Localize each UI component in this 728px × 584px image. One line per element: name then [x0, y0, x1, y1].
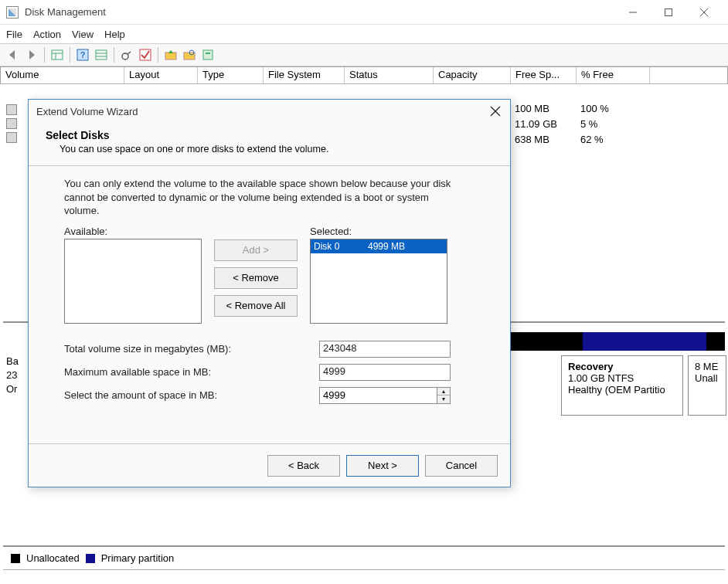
- col-filesystem[interactable]: File System: [264, 67, 345, 83]
- svg-rect-1: [665, 8, 672, 15]
- available-listbox[interactable]: [64, 239, 202, 324]
- separator: [114, 47, 114, 63]
- cell-pct: 62 %: [576, 134, 649, 149]
- refresh-icon[interactable]: [118, 46, 135, 63]
- table-header: Volume Layout Type File System Status Ca…: [1, 67, 727, 84]
- grid-icon[interactable]: [93, 46, 110, 63]
- col-capacity[interactable]: Capacity: [434, 67, 511, 83]
- total-size-label: Total volume size in megabytes (MB):: [64, 343, 319, 355]
- selected-label: Selected:: [310, 226, 447, 237]
- max-space-label: Maximum available space in MB:: [64, 366, 319, 378]
- col-free-space[interactable]: Free Sp...: [511, 67, 577, 83]
- selected-disk-name: Disk 0: [314, 241, 368, 252]
- wizard-close-button[interactable]: [485, 103, 505, 120]
- amount-spinner[interactable]: ▲ ▼: [319, 387, 451, 404]
- menu-file[interactable]: File: [6, 29, 22, 40]
- spin-up-icon[interactable]: ▲: [437, 388, 450, 396]
- partition-size: 8 ME: [695, 361, 719, 372]
- menu-help[interactable]: Help: [104, 29, 125, 40]
- svg-rect-4: [52, 50, 63, 59]
- cell-free: 638 MB: [510, 134, 576, 149]
- svg-rect-19: [206, 53, 210, 54]
- svg-line-13: [128, 52, 131, 54]
- forward-icon[interactable]: [23, 46, 40, 63]
- legend-primary: Primary partition: [101, 552, 175, 564]
- partition-recovery[interactable]: Recovery 1.00 GB NTFS Healthy (OEM Parti…: [561, 355, 683, 416]
- legend: Unallocated Primary partition: [3, 545, 725, 570]
- col-volume[interactable]: Volume: [1, 67, 124, 83]
- window-controls: [615, 0, 722, 25]
- wizard-title: Extend Volume Wizard: [29, 100, 510, 123]
- max-space-value: 4999: [319, 364, 451, 381]
- minimize-button[interactable]: [615, 0, 651, 25]
- wizard-body: You can only extend the volume to the av…: [29, 166, 510, 413]
- selected-disk-size: 4999 MB: [368, 241, 405, 252]
- back-icon[interactable]: [5, 46, 22, 63]
- cell-pct: 5 %: [576, 118, 649, 134]
- table-row[interactable]: 638 MB 62 %: [510, 134, 649, 149]
- maximize-button[interactable]: [651, 0, 686, 25]
- col-type[interactable]: Type: [198, 67, 264, 83]
- table-row[interactable]: 11.09 GB 5 %: [510, 118, 649, 134]
- check-icon[interactable]: [137, 46, 154, 63]
- cancel-button[interactable]: Cancel: [425, 455, 498, 477]
- partition-title: Recovery: [568, 361, 676, 372]
- remove-button[interactable]: < Remove: [214, 267, 298, 289]
- disk-info-line: Or: [6, 383, 19, 397]
- partition-status: Unall: [695, 372, 719, 384]
- amount-label: Select the amount of space in MB:: [64, 389, 319, 401]
- menubar: File Action View Help: [0, 25, 728, 43]
- col-status[interactable]: Status: [345, 67, 434, 83]
- table-row[interactable]: 100 MB 100 %: [510, 103, 649, 118]
- disk-info: Ba 23 Or: [6, 355, 19, 397]
- cell-free: 11.09 GB: [510, 118, 576, 134]
- legend-unallocated: Unallocated: [26, 552, 80, 564]
- svg-text:?: ?: [80, 50, 86, 59]
- swatch-primary: [86, 554, 95, 563]
- disk-icon: [6, 132, 17, 143]
- wizard-subheading: You can use space on one or more disks t…: [46, 144, 493, 154]
- partition-status: Healthy (OEM Partitio: [568, 384, 676, 396]
- menu-view[interactable]: View: [72, 29, 94, 40]
- partition-size: 1.00 GB NTFS: [568, 372, 676, 384]
- app-icon: [6, 6, 19, 19]
- available-label: Available:: [64, 226, 202, 237]
- separator: [44, 47, 45, 63]
- col-percent-free[interactable]: % Free: [577, 67, 650, 83]
- next-button[interactable]: Next >: [346, 455, 419, 477]
- back-button[interactable]: < Back: [267, 455, 340, 477]
- total-size-value: 243048: [319, 341, 451, 358]
- wizard-footer: < Back Next > Cancel: [29, 443, 510, 487]
- cell-pct: 100 %: [576, 103, 649, 118]
- help-icon[interactable]: ?: [74, 46, 91, 63]
- separator: [70, 47, 70, 63]
- disk-info-line: 23: [6, 369, 19, 383]
- spin-down-icon[interactable]: ▼: [437, 396, 450, 403]
- close-button[interactable]: [686, 0, 722, 25]
- cell-free: 100 MB: [510, 103, 576, 118]
- menu-action[interactable]: Action: [33, 29, 61, 40]
- disk-icon: [6, 118, 17, 129]
- wizard-note: You can only extend the volume to the av…: [64, 177, 458, 218]
- disk-info-line: Ba: [6, 355, 19, 369]
- partition-unallocated[interactable]: 8 ME Unall: [688, 355, 726, 416]
- svg-rect-9: [96, 50, 107, 59]
- volume-table: Volume Layout Type File System Status Ca…: [0, 66, 728, 84]
- add-button: Add >: [214, 239, 298, 261]
- selected-listbox[interactable]: Disk 0 4999 MB: [310, 239, 447, 324]
- folder-up-icon[interactable]: [162, 46, 179, 63]
- amount-input[interactable]: [319, 387, 437, 404]
- folder-search-icon[interactable]: [181, 46, 198, 63]
- volume-rows: 100 MB 100 % 11.09 GB 5 % 638 MB 62 %: [510, 103, 649, 149]
- extend-volume-wizard: Extend Volume Wizard Select Disks You ca…: [28, 99, 511, 487]
- wizard-header: Select Disks You can use space on one or…: [29, 123, 510, 166]
- disk-segment-primary: [583, 332, 706, 351]
- remove-all-button[interactable]: < Remove All: [214, 295, 298, 317]
- properties-icon[interactable]: [199, 46, 216, 63]
- volume-icons: [6, 104, 17, 143]
- selected-item[interactable]: Disk 0 4999 MB: [311, 239, 447, 253]
- col-layout[interactable]: Layout: [124, 67, 198, 83]
- separator: [158, 47, 158, 63]
- panel-icon[interactable]: [49, 46, 66, 63]
- swatch-unallocated: [11, 554, 20, 563]
